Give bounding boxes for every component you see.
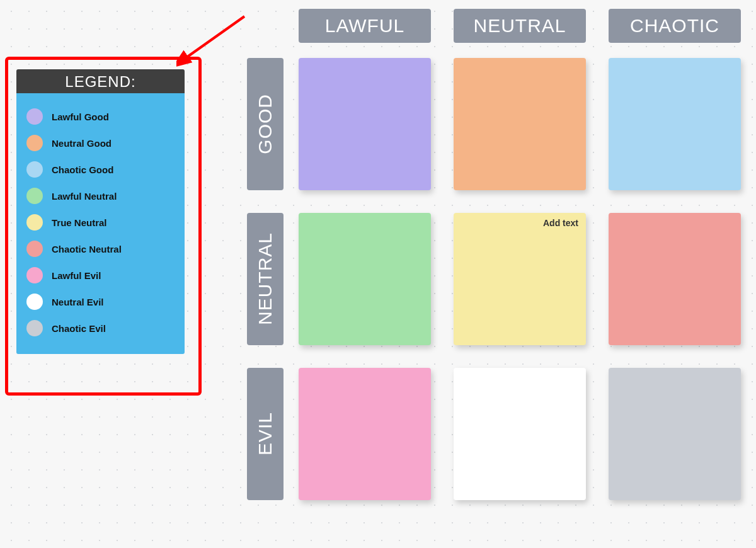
legend-swatch bbox=[26, 214, 43, 231]
row-header-good[interactable]: GOOD bbox=[247, 58, 284, 190]
col-header-lawful[interactable]: LAWFUL bbox=[299, 9, 431, 43]
row-header-evil[interactable]: EVIL bbox=[247, 368, 284, 500]
legend-label: Lawful Evil bbox=[52, 270, 101, 281]
cell-chaotic-evil[interactable] bbox=[609, 368, 741, 500]
cell-true-neutral[interactable]: Add text bbox=[454, 213, 586, 345]
annotation-arrow-icon bbox=[176, 14, 252, 71]
legend-label: Lawful Neutral bbox=[52, 191, 117, 202]
legend-label: Chaotic Neutral bbox=[52, 244, 122, 254]
legend-title: LEGEND: bbox=[16, 69, 185, 93]
cell-lawful-evil[interactable] bbox=[299, 368, 431, 500]
legend-body: Lawful Good Neutral Good Chaotic Good La… bbox=[16, 93, 185, 354]
row-header-neutral[interactable]: NEUTRAL bbox=[247, 213, 284, 345]
legend-label: Chaotic Good bbox=[52, 164, 113, 175]
legend-swatch bbox=[26, 188, 43, 204]
col-header-chaotic[interactable]: CHAOTIC bbox=[609, 9, 741, 43]
cell-chaotic-good[interactable] bbox=[609, 58, 741, 190]
legend-item[interactable]: True Neutral bbox=[25, 209, 176, 236]
add-text-placeholder[interactable]: Add text bbox=[543, 218, 578, 228]
legend-item[interactable]: Chaotic Evil bbox=[25, 315, 176, 341]
legend-swatch bbox=[26, 294, 43, 310]
legend-label: Neutral Evil bbox=[52, 297, 104, 307]
cell-lawful-good[interactable] bbox=[299, 58, 431, 190]
legend-swatch bbox=[26, 135, 43, 151]
legend-item[interactable]: Neutral Evil bbox=[25, 288, 176, 315]
legend-swatch bbox=[26, 241, 43, 257]
legend-item[interactable]: Chaotic Good bbox=[25, 156, 176, 183]
legend-swatch bbox=[26, 161, 43, 178]
legend-item[interactable]: Lawful Neutral bbox=[25, 183, 176, 209]
legend-label: Chaotic Evil bbox=[52, 323, 106, 334]
col-header-neutral[interactable]: NEUTRAL bbox=[454, 9, 586, 43]
row-header-label: NEUTRAL bbox=[255, 232, 276, 325]
legend-swatch bbox=[26, 320, 43, 336]
legend-item[interactable]: Neutral Good bbox=[25, 130, 176, 156]
legend-label: True Neutral bbox=[52, 217, 107, 228]
cell-chaotic-neutral[interactable] bbox=[609, 213, 741, 345]
legend-item[interactable]: Lawful Good bbox=[25, 103, 176, 130]
cell-neutral-evil[interactable] bbox=[454, 368, 586, 500]
row-header-label: EVIL bbox=[255, 412, 276, 455]
row-header-label: GOOD bbox=[255, 94, 276, 154]
legend-item[interactable]: Chaotic Neutral bbox=[25, 236, 176, 262]
legend-label: Lawful Good bbox=[52, 111, 109, 122]
cell-lawful-neutral[interactable] bbox=[299, 213, 431, 345]
cell-neutral-good[interactable] bbox=[454, 58, 586, 190]
legend-panel: LEGEND: Lawful Good Neutral Good Chaotic… bbox=[16, 69, 185, 354]
legend-label: Neutral Good bbox=[52, 138, 112, 149]
legend-swatch bbox=[26, 267, 43, 283]
svg-line-0 bbox=[184, 16, 244, 59]
legend-item[interactable]: Lawful Evil bbox=[25, 262, 176, 288]
legend-swatch bbox=[26, 108, 43, 125]
